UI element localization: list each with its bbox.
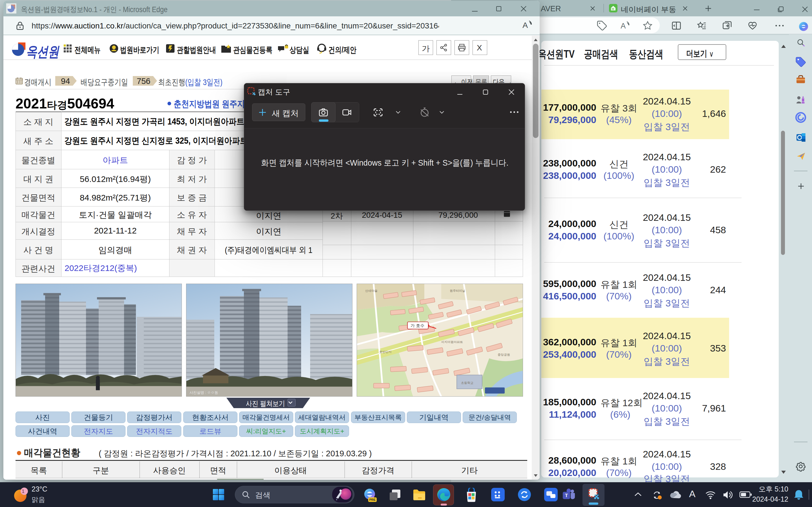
svg-text:1: 1 — [22, 489, 24, 494]
svg-text:초등학교: 초등학교 — [461, 381, 473, 385]
svg-text:원주터미널: 원주터미널 — [450, 289, 465, 293]
svg-text:A: A — [522, 20, 528, 30]
svg-text:가 호수: 가 호수 — [410, 323, 424, 328]
svg-text:PRE: PRE — [369, 498, 376, 501]
svg-text:중앙공원: 중앙공원 — [498, 353, 510, 356]
svg-text:호반단지: 호반단지 — [379, 350, 392, 353]
svg-text:A: A — [620, 22, 626, 30]
svg-text:이지더원아파트: 이지더원아파트 — [441, 340, 463, 344]
svg-text:사진설명 : ㅇㅇ동: 사진설명 : ㅇㅇ동 — [190, 390, 218, 395]
svg-text:T: T — [565, 493, 568, 498]
svg-text:산새마을: 산새마을 — [365, 289, 377, 293]
